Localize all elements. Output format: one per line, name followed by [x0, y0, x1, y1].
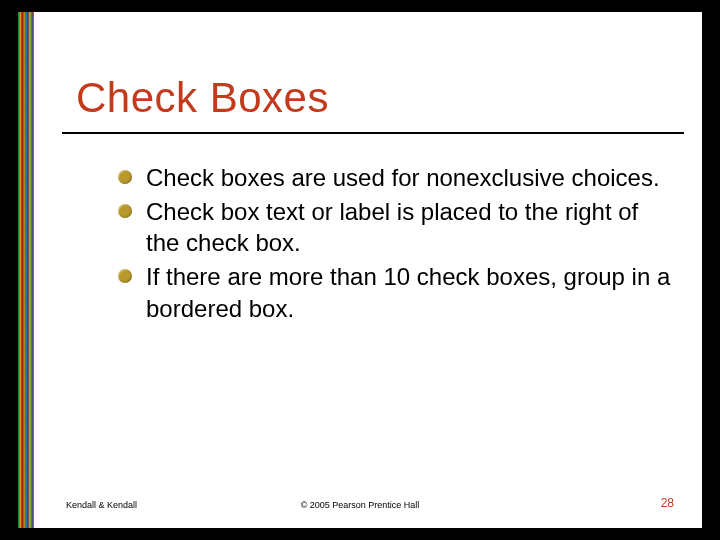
bullet-dot-icon — [118, 269, 132, 283]
bullet-text: Check boxes are used for nonexclusive ch… — [146, 164, 660, 191]
list-item: Check boxes are used for nonexclusive ch… — [118, 162, 674, 194]
bullet-dot-icon — [118, 170, 132, 184]
list-item: Check box text or label is placed to the… — [118, 196, 674, 259]
footer-copyright: © 2005 Pearson Prentice Hall — [18, 500, 702, 510]
bullet-list: Check boxes are used for nonexclusive ch… — [118, 162, 674, 326]
bullet-text: If there are more than 10 check boxes, g… — [146, 263, 670, 322]
slide-title: Check Boxes — [76, 74, 329, 122]
title-underline — [62, 132, 684, 134]
footer-page-number: 28 — [661, 496, 674, 510]
bullet-dot-icon — [118, 204, 132, 218]
list-item: If there are more than 10 check boxes, g… — [118, 261, 674, 324]
accent-texture-bar — [18, 12, 34, 528]
slide: Check Boxes Check boxes are used for non… — [18, 12, 702, 528]
bullet-text: Check box text or label is placed to the… — [146, 198, 638, 257]
